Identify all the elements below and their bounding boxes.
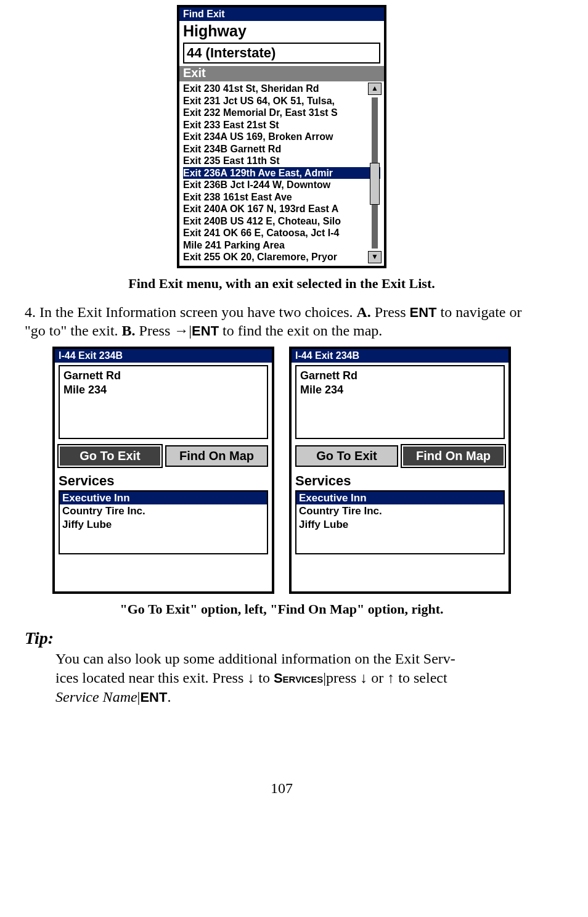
service-list-item[interactable]: Country Tire Inc. bbox=[296, 504, 504, 517]
exit-info-line2-left: Mile 234 bbox=[63, 383, 263, 397]
exit-info-title-right: I-44 Exit 234B bbox=[292, 349, 508, 363]
exit-list[interactable]: Exit 230 41st St, Sheridan RdExit 231 Jc… bbox=[183, 83, 380, 263]
right-arrow-icon: → bbox=[174, 322, 189, 339]
step4-b-tail: to find the exit on the map. bbox=[219, 323, 382, 339]
tip-heading: Tip: bbox=[25, 628, 539, 648]
exit-info-window-left: I-44 Exit 234B Garnett Rd Mile 234 Go To… bbox=[52, 347, 274, 594]
exit-list-scrollbar[interactable]: ▲ ▼ bbox=[368, 83, 382, 263]
find-on-map-button-left[interactable]: Find On Map bbox=[165, 445, 268, 467]
find-exit-window: Find Exit Highway 44 (Interstate) Exit E… bbox=[177, 5, 386, 268]
step4-b-label: B. bbox=[122, 323, 136, 339]
service-list-item[interactable]: Executive Inn bbox=[296, 491, 504, 504]
services-label-right: Services bbox=[292, 473, 508, 489]
scroll-thumb[interactable] bbox=[370, 163, 380, 205]
scroll-down-button[interactable]: ▼ bbox=[368, 251, 382, 263]
down-arrow-icon-1: ↓ bbox=[247, 669, 255, 686]
ent-key-1: ENT bbox=[410, 305, 437, 320]
exit-list-item[interactable]: Exit 233 East 21st St bbox=[183, 119, 380, 131]
exit-list-item[interactable]: Exit 232 Memorial Dr, East 31st S bbox=[183, 107, 380, 119]
exit-info-window-right: I-44 Exit 234B Garnett Rd Mile 234 Go To… bbox=[289, 347, 511, 594]
exit-list-item[interactable]: Exit 236B Jct I-244 W, Downtow bbox=[183, 179, 380, 191]
tip-press: press bbox=[326, 670, 360, 686]
tip-line1: You can also look up some additional inf… bbox=[55, 651, 455, 667]
up-arrow-icon: ↑ bbox=[387, 669, 394, 686]
highway-field[interactable]: 44 (Interstate) bbox=[183, 43, 380, 64]
exit-list-item[interactable]: Exit 236A 129th Ave East, Admir bbox=[183, 167, 380, 179]
tip-tosel: to select bbox=[394, 670, 447, 686]
go-to-exit-button-left[interactable]: Go To Exit bbox=[59, 445, 161, 467]
go-to-exit-button-right[interactable]: Go To Exit bbox=[295, 445, 398, 467]
step4-text: 4. In the Exit Information screen you ha… bbox=[25, 303, 539, 340]
exit-info-line2-right: Mile 234 bbox=[300, 383, 500, 397]
exit-info-line1-left: Garnett Rd bbox=[63, 369, 263, 383]
tip-body: You can also look up some additional inf… bbox=[55, 649, 539, 706]
tip-line2a: ices located near this exit. Press bbox=[55, 670, 247, 686]
caption-exit-info: "Go To Exit" option, left, "Find On Map"… bbox=[25, 601, 539, 617]
exit-list-item[interactable]: Exit 238 161st East Ave bbox=[183, 191, 380, 204]
caption-find-exit: Find Exit menu, with an exit selected in… bbox=[25, 276, 539, 292]
services-list-right[interactable]: Executive InnCountry Tire Inc.Jiffy Lube bbox=[295, 490, 505, 554]
exit-list-item[interactable]: Exit 241 OK 66 E, Catoosa, Jct I-4 bbox=[183, 227, 380, 239]
exit-list-item[interactable]: Mile 241 Parking Area bbox=[183, 239, 380, 252]
page-number: 107 bbox=[25, 780, 539, 797]
down-arrow-icon-2: ↓ bbox=[360, 669, 367, 686]
ent-key-2: ENT bbox=[192, 323, 219, 339]
service-list-item[interactable]: Jiffy Lube bbox=[296, 518, 504, 531]
exit-label: Exit bbox=[179, 66, 384, 81]
tip-period: . bbox=[167, 689, 171, 705]
exit-list-item[interactable]: Exit 231 Jct US 64, OK 51, Tulsa, bbox=[183, 95, 380, 107]
exit-list-item[interactable]: Exit 240B US 412 E, Choteau, Silo bbox=[183, 215, 380, 228]
highway-label: Highway bbox=[179, 21, 384, 43]
exit-list-item[interactable]: Exit 234B Garnett Rd bbox=[183, 143, 380, 155]
step4-a-text: Press bbox=[371, 304, 410, 320]
exit-info-field-right: Garnett Rd Mile 234 bbox=[295, 365, 505, 439]
exit-list-item[interactable]: Exit 234A US 169, Broken Arrow bbox=[183, 131, 380, 143]
ent-key-3: ENT bbox=[140, 689, 167, 705]
exit-info-line1-right: Garnett Rd bbox=[300, 369, 500, 383]
exit-list-item[interactable]: Exit 230 41st St, Sheridan Rd bbox=[183, 83, 380, 95]
services-list-left[interactable]: Executive InnCountry Tire Inc.Jiffy Lube bbox=[59, 490, 268, 554]
exit-info-field-left: Garnett Rd Mile 234 bbox=[59, 365, 268, 439]
tip-or: or bbox=[367, 670, 387, 686]
scroll-up-button[interactable]: ▲ bbox=[368, 83, 382, 95]
exit-list-item[interactable]: Exit 255 OK 20, Claremore, Pryor bbox=[183, 251, 380, 263]
services-label-left: Services bbox=[55, 473, 272, 489]
find-exit-titlebar: Find Exit bbox=[179, 7, 384, 21]
step4-prefix: 4. In the Exit Information screen you ha… bbox=[25, 304, 357, 320]
service-list-item[interactable]: Executive Inn bbox=[60, 491, 267, 504]
exit-info-title-left: I-44 Exit 234B bbox=[55, 349, 272, 363]
services-smallcaps: Services bbox=[274, 670, 323, 686]
step4-b-text: Press bbox=[136, 323, 174, 339]
step4-a-label: A. bbox=[357, 304, 371, 320]
service-list-item[interactable]: Country Tire Inc. bbox=[60, 504, 267, 517]
tip-to: to bbox=[255, 670, 274, 686]
find-on-map-button-right[interactable]: Find On Map bbox=[402, 445, 505, 467]
service-name-italic: Service Name bbox=[55, 689, 137, 705]
service-list-item[interactable]: Jiffy Lube bbox=[60, 518, 267, 531]
exit-list-item[interactable]: Exit 240A OK 167 N, 193rd East A bbox=[183, 203, 380, 215]
exit-list-item[interactable]: Exit 235 East 11th St bbox=[183, 155, 380, 167]
